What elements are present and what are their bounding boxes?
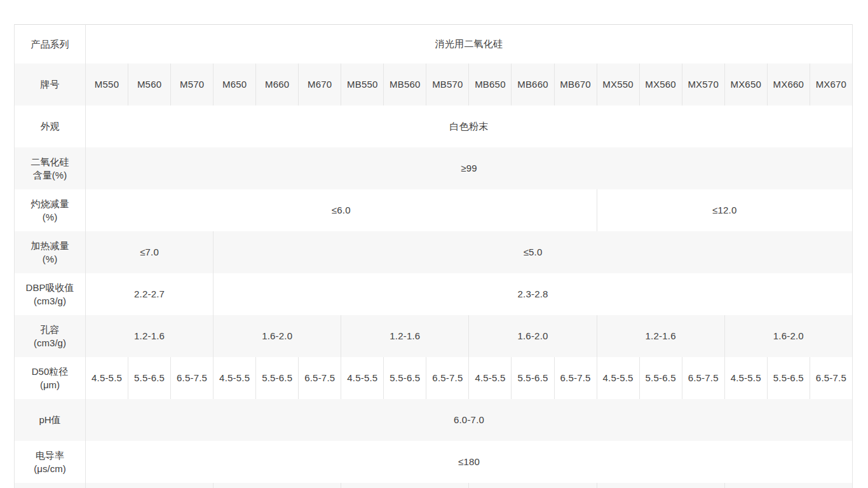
spec-row: 加热减量 (%)≤7.0≤5.0 bbox=[15, 231, 853, 273]
spec-cell: 6.5-7.5 bbox=[682, 357, 724, 399]
spec-cell: 1.2-1.6 bbox=[86, 315, 214, 357]
spec-cell: 6.0-7.0 bbox=[86, 399, 853, 441]
page-background: { "colors": { "row_shade": "#f7f7f7", "b… bbox=[0, 0, 868, 488]
spec-cell bbox=[341, 483, 469, 488]
spec-cell: 1.6-2.0 bbox=[724, 315, 852, 357]
spec-cell: 6.5-7.5 bbox=[810, 357, 852, 399]
spec-cell: 4.5-5.5 bbox=[341, 357, 384, 399]
product-spec-table: 产品系列消光用二氧化硅牌号M550M560M570M650M660M670MB5… bbox=[14, 24, 853, 488]
spec-cell: 1.2-1.6 bbox=[597, 315, 724, 357]
row-label: 加热减量 (%) bbox=[15, 231, 86, 273]
spec-cell: ≥99 bbox=[86, 147, 853, 189]
grade-cell: MX670 bbox=[810, 64, 852, 105]
spec-cell: 2.2-2.7 bbox=[86, 273, 214, 315]
spec-cell: 4.5-5.5 bbox=[86, 357, 128, 399]
spec-cell: 5.5-6.5 bbox=[128, 357, 171, 399]
spec-cell bbox=[469, 483, 597, 488]
spec-cell: 5.5-6.5 bbox=[767, 357, 810, 399]
spec-row: 牌号M550M560M570M650M660M670MB550MB560MB57… bbox=[15, 64, 853, 105]
spec-row: D50粒径 (μm)4.5-5.55.5-6.56.5-7.54.5-5.55.… bbox=[15, 357, 853, 399]
grade-cell: M560 bbox=[128, 64, 171, 105]
spec-row: 电导率 (μs/cm)≤180 bbox=[15, 441, 853, 483]
row-label: DBP吸收值 (cm3/g) bbox=[15, 273, 86, 315]
spec-cell: 6.5-7.5 bbox=[299, 357, 341, 399]
spec-cell: 4.5-5.5 bbox=[469, 357, 512, 399]
spec-cell: 6.5-7.5 bbox=[171, 357, 214, 399]
spec-cell: ≤12.0 bbox=[597, 189, 852, 231]
spec-cell: 1.2-1.6 bbox=[341, 315, 469, 357]
spec-row: 外观白色粉末 bbox=[15, 105, 853, 147]
grade-cell: M660 bbox=[256, 64, 299, 105]
spec-cell: 白色粉末 bbox=[86, 105, 853, 147]
spec-row: 产品系列消光用二氧化硅 bbox=[15, 25, 853, 64]
grade-cell: MX660 bbox=[767, 64, 810, 105]
row-label: 灼烧减量 (%) bbox=[15, 189, 86, 231]
grade-cell: M650 bbox=[214, 64, 256, 105]
spec-cell bbox=[597, 483, 724, 488]
row-label: 产品系列 bbox=[15, 25, 86, 64]
spec-cell: 5.5-6.5 bbox=[512, 357, 554, 399]
grade-cell: MB660 bbox=[512, 64, 554, 105]
grade-cell: MB550 bbox=[341, 64, 384, 105]
spec-cell: ≤180 bbox=[86, 441, 853, 483]
row-label bbox=[15, 483, 86, 488]
grade-cell: MX570 bbox=[682, 64, 724, 105]
grade-cell: MB670 bbox=[554, 64, 597, 105]
spec-row: DBP吸收值 (cm3/g)2.2-2.72.3-2.8 bbox=[15, 273, 853, 315]
spec-cell: 4.5-5.5 bbox=[597, 357, 639, 399]
spec-cell: 消光用二氧化硅 bbox=[86, 25, 853, 64]
row-label: 电导率 (μs/cm) bbox=[15, 441, 86, 483]
spec-cell bbox=[86, 483, 214, 488]
spec-cell: 1.6-2.0 bbox=[469, 315, 597, 357]
row-label: 外观 bbox=[15, 105, 86, 147]
grade-cell: M550 bbox=[86, 64, 128, 105]
grade-cell: MB570 bbox=[426, 64, 469, 105]
grade-cell: M670 bbox=[299, 64, 341, 105]
spec-cell: 6.5-7.5 bbox=[426, 357, 469, 399]
spec-cell bbox=[214, 483, 341, 488]
spec-cell: 5.5-6.5 bbox=[384, 357, 426, 399]
spec-cell bbox=[724, 483, 852, 488]
row-label: 牌号 bbox=[15, 64, 86, 105]
grade-cell: MB560 bbox=[384, 64, 426, 105]
spec-cell: ≤5.0 bbox=[214, 231, 853, 273]
grade-cell: MX650 bbox=[724, 64, 767, 105]
row-label: 孔容 (cm3/g) bbox=[15, 315, 86, 357]
spec-cell: 1.6-2.0 bbox=[214, 315, 341, 357]
spec-cell: 4.5-5.5 bbox=[724, 357, 767, 399]
spec-row bbox=[15, 483, 853, 488]
spec-row: 灼烧减量 (%)≤6.0≤12.0 bbox=[15, 189, 853, 231]
spec-cell: 5.5-6.5 bbox=[639, 357, 682, 399]
grade-cell: M570 bbox=[171, 64, 214, 105]
row-label: D50粒径 (μm) bbox=[15, 357, 86, 399]
row-label: pH值 bbox=[15, 399, 86, 441]
grade-cell: MX560 bbox=[639, 64, 682, 105]
spec-row: 二氧化硅 含量(%)≥99 bbox=[15, 147, 853, 189]
grade-cell: MX550 bbox=[597, 64, 639, 105]
spec-cell: 6.5-7.5 bbox=[554, 357, 597, 399]
grade-cell: MB650 bbox=[469, 64, 512, 105]
spec-cell: 2.3-2.8 bbox=[214, 273, 853, 315]
spec-cell: ≤7.0 bbox=[86, 231, 214, 273]
spec-cell: 4.5-5.5 bbox=[214, 357, 256, 399]
spec-row: 孔容 (cm3/g)1.2-1.61.6-2.01.2-1.61.6-2.01.… bbox=[15, 315, 853, 357]
spec-row: pH值6.0-7.0 bbox=[15, 399, 853, 441]
spec-cell: ≤6.0 bbox=[86, 189, 597, 231]
row-label: 二氧化硅 含量(%) bbox=[15, 147, 86, 189]
spec-cell: 5.5-6.5 bbox=[256, 357, 299, 399]
